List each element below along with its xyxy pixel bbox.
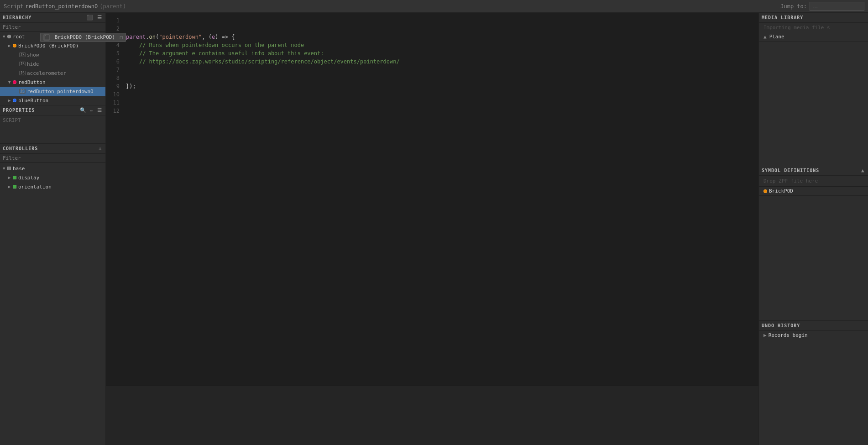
- brickpod-symbol-icon: [763, 189, 767, 193]
- properties-title: PROPERTIES: [3, 108, 79, 113]
- hide-label: hide: [27, 61, 39, 67]
- undo-history-header: UNDO HISTORY: [759, 321, 868, 331]
- media-library-header: MEDIA LIBRARY: [759, 13, 868, 23]
- ctrl-tree-item-orientation[interactable]: ▶ orientation: [0, 182, 105, 191]
- bluebutton-arrow: ▶: [8, 98, 13, 103]
- script-label: Script: [4, 3, 23, 10]
- line-numbers: 1 2 3 4 5 6 7 8 9 10 11 12: [106, 13, 122, 386]
- base-icon: [7, 167, 11, 170]
- redbutton-icon: [13, 80, 16, 84]
- tree-item-show[interactable]: JS show: [0, 50, 105, 59]
- display-label: display: [18, 175, 39, 181]
- symbol-warn-icon: ▲: [860, 167, 865, 174]
- tooltip-text: BrickPOD0 (BrickPOD): [55, 34, 115, 40]
- hide-script-icon: JS: [19, 62, 26, 66]
- base-label: base: [13, 166, 25, 172]
- accel-script-icon: JS: [19, 71, 26, 75]
- bluebutton-icon: [13, 99, 16, 102]
- controllers-tree: ▼ base ▶ display ▶ orientation: [0, 163, 105, 192]
- undo-item-records-begin[interactable]: ▶ Records begin: [759, 331, 868, 340]
- script-section-label: SCRIPT: [3, 117, 21, 123]
- properties-icons: 🔍 ✏ ☰: [79, 107, 103, 114]
- spacer-top: [759, 42, 868, 166]
- tooltip-icon: ⬛: [43, 34, 50, 41]
- tree-item-brickpod0[interactable]: ▶ BrickPOD0 (BrickPOD): [0, 41, 105, 50]
- undo-history-section: UNDO HISTORY ▶ Records begin: [759, 320, 868, 445]
- brickpod0-icon: [13, 44, 16, 47]
- symbol-definitions-title: SYMBOL DEFINITIONS: [762, 168, 860, 173]
- controllers-title: CONTROLLERS: [3, 146, 98, 151]
- ctrl-tree-item-display[interactable]: ▶ display: [0, 173, 105, 182]
- properties-section: PROPERTIES 🔍 ✏ ☰ SCRIPT: [0, 105, 105, 143]
- code-content[interactable]: parent.on("pointerdown", (e) => { // Run…: [122, 13, 758, 386]
- tree-item-accelerometer[interactable]: JS accelerometer: [0, 68, 105, 78]
- tree-item-bluebutton[interactable]: ▶ blueButton: [0, 96, 105, 105]
- display-arrow: ▶: [8, 175, 13, 180]
- ctrl-tree-item-base[interactable]: ▼ base: [0, 164, 105, 173]
- media-item-plane[interactable]: ▲ Plane: [759, 32, 868, 41]
- media-library-section: MEDIA LIBRARY Importing media file s ▲ P…: [759, 13, 868, 42]
- left-panel: HIERARCHY ⬛ ☰ Filter ▼ root ▶: [0, 13, 106, 445]
- tooltip: ⬛ BrickPOD0 (BrickPOD) □: [40, 33, 126, 42]
- bluebutton-label: blueButton: [18, 98, 48, 104]
- brickpod0-label: BrickPOD0 (BrickPOD): [18, 43, 78, 49]
- script-parent: (parent): [99, 3, 126, 10]
- script-name: redButton_pointerdown0: [25, 3, 98, 10]
- tree-item-redbutton[interactable]: ▼ redButton: [0, 78, 105, 87]
- tree-item-redbutton-pointerdown0[interactable]: JS redButton-pointerdown0: [0, 87, 105, 96]
- controllers-add-icon[interactable]: +: [98, 145, 103, 152]
- tree-item-hide[interactable]: JS hide: [0, 59, 105, 68]
- orientation-arrow: ▶: [8, 184, 13, 189]
- symbol-definitions-header: SYMBOL DEFINITIONS ▲: [759, 166, 868, 176]
- root-icon: [7, 35, 11, 38]
- spacer-middle: [759, 196, 868, 320]
- redbutton-arrow: ▼: [8, 80, 13, 84]
- display-icon: [13, 176, 16, 179]
- undo-arrow: ▶: [763, 332, 767, 338]
- hierarchy-icon-1[interactable]: ⬛: [86, 14, 94, 21]
- orientation-icon: [13, 185, 16, 188]
- symbol-drop-zone[interactable]: Drop ZPP file here: [759, 176, 868, 187]
- undo-history-title: UNDO HISTORY: [762, 323, 865, 328]
- brickpod-symbol-label: BrickPOD: [769, 188, 793, 194]
- root-label: root: [13, 34, 25, 40]
- properties-search-icon[interactable]: 🔍: [79, 107, 88, 114]
- show-label: show: [27, 52, 39, 58]
- hierarchy-icons: ⬛ ☰: [86, 14, 103, 21]
- tooltip-close-icon[interactable]: □: [120, 35, 123, 40]
- main-layout: HIERARCHY ⬛ ☰ Filter ▼ root ▶: [0, 13, 868, 445]
- plane-icon: ▲: [763, 34, 767, 40]
- importing-text: Importing media file s: [759, 23, 868, 32]
- show-script-icon: JS: [19, 52, 26, 57]
- jump-to-select[interactable]: ---: [810, 2, 864, 11]
- hierarchy-filter: Filter: [0, 23, 105, 32]
- root-arrow: ▼: [3, 34, 7, 39]
- symbol-item-brickpod[interactable]: BrickPOD: [759, 187, 868, 195]
- base-arrow: ▼: [3, 166, 7, 171]
- code-editor[interactable]: 1 2 3 4 5 6 7 8 9 10 11 12 parent.on("po…: [106, 13, 758, 386]
- hierarchy-icon-2[interactable]: ☰: [96, 14, 103, 21]
- controllers-header: CONTROLLERS +: [0, 144, 105, 154]
- properties-empty: [0, 125, 105, 143]
- brickpod0-arrow: ▶: [8, 43, 13, 48]
- hierarchy-section: HIERARCHY ⬛ ☰ Filter ▼ root ▶: [0, 13, 105, 105]
- jump-to-label: Jump to:: [780, 3, 807, 10]
- properties-header: PROPERTIES 🔍 ✏ ☰: [0, 105, 105, 115]
- rb-pd0-script-icon: JS: [19, 89, 26, 94]
- symbol-drop-text: Drop ZPP file here: [763, 178, 818, 184]
- rb-pd0-label: redButton-pointerdown0: [27, 89, 94, 94]
- controllers-filter: Filter: [0, 154, 105, 163]
- media-library-title: MEDIA LIBRARY: [762, 15, 865, 20]
- controllers-section: CONTROLLERS + Filter ▼ base ▶ display: [0, 143, 105, 192]
- code-area: 1 2 3 4 5 6 7 8 9 10 11 12 parent.on("po…: [106, 13, 758, 445]
- properties-script-label: SCRIPT: [0, 115, 105, 125]
- properties-menu-icon[interactable]: ☰: [96, 107, 103, 114]
- properties-edit-icon[interactable]: ✏: [89, 107, 94, 114]
- hierarchy-header: HIERARCHY ⬛ ☰: [0, 13, 105, 23]
- hierarchy-title: HIERARCHY: [3, 15, 86, 20]
- right-panel: MEDIA LIBRARY Importing media file s ▲ P…: [758, 13, 868, 445]
- output-area: [106, 386, 758, 445]
- plane-label: Plane: [769, 34, 784, 40]
- top-bar: Script redButton_pointerdown0 (parent) J…: [0, 0, 868, 13]
- hierarchy-tree: ▼ root ▶ BrickPOD0 (BrickPOD) JS show: [0, 32, 105, 105]
